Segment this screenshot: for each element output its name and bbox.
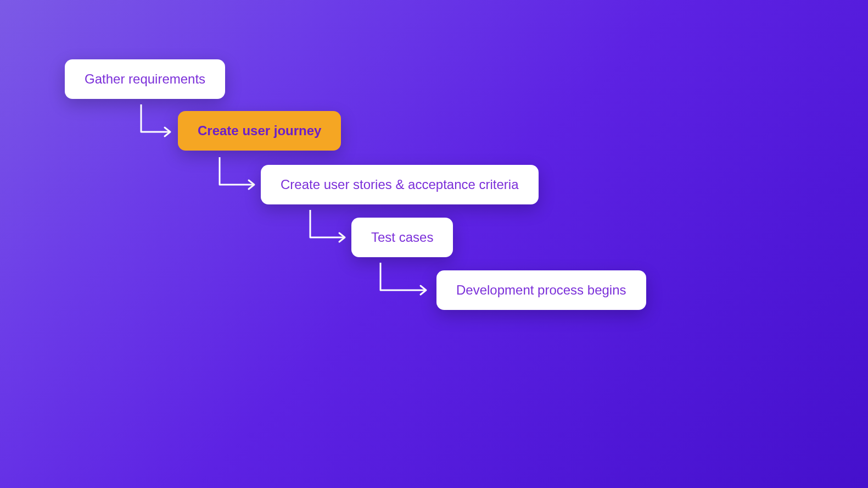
step-create-user-journey: Create user journey [178, 111, 341, 151]
step-label: Gather requirements [85, 71, 205, 86]
connector-arrow-icon [138, 104, 177, 151]
step-development-begins: Development process begins [436, 270, 646, 310]
step-label: Create user stories & acceptance criteri… [281, 177, 519, 192]
connector-arrow-icon [378, 263, 433, 309]
step-test-cases: Test cases [351, 218, 453, 257]
step-label: Create user journey [198, 123, 321, 138]
step-create-user-stories: Create user stories & acceptance criteri… [261, 165, 539, 204]
step-gather-requirements: Gather requirements [65, 59, 225, 99]
connector-arrow-icon [307, 210, 351, 256]
step-label: Development process begins [456, 282, 626, 297]
step-label: Test cases [371, 230, 433, 245]
connector-arrow-icon [217, 157, 261, 203]
